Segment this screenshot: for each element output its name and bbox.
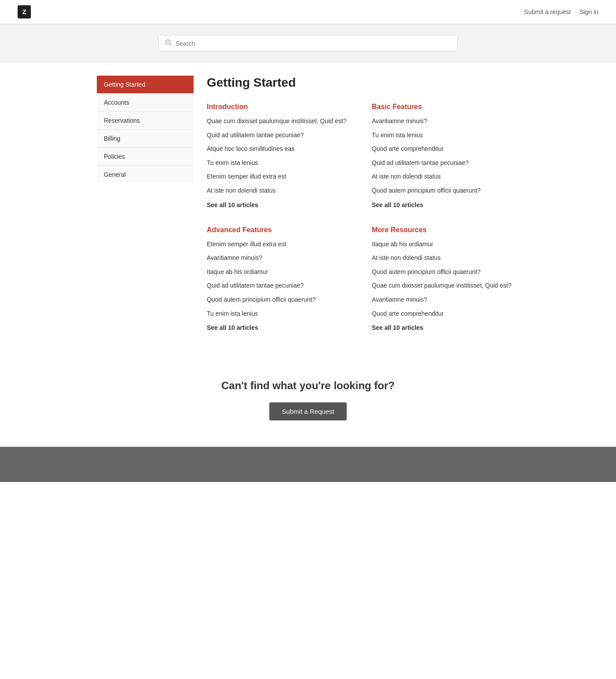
section-advanced-features: Advanced Features Etenim semper illud ex…	[207, 226, 354, 332]
header: Z Submit a request Sign in	[0, 0, 616, 24]
list-item: Quod autem principium officii quaerunt?	[372, 268, 519, 277]
section-links-basic-features: Avaritiamne minuis? Tu enim ista lenius …	[372, 117, 519, 195]
list-item: Quod arte comprehenditur	[372, 145, 519, 153]
list-item: Etenim semper illud extra est	[207, 240, 354, 249]
main-container: Getting Started Accounts Reservations Bi…	[88, 76, 528, 331]
search-box	[158, 35, 458, 51]
sidebar-item-accounts[interactable]: Accounts	[97, 93, 194, 111]
article-link[interactable]: Itaque ab his ordiamur	[207, 268, 268, 275]
article-link[interactable]: Quae cum dixisset paulumque institisset,…	[207, 117, 347, 124]
content-area: Getting Started Introduction Quae cum di…	[207, 76, 519, 331]
list-item: Quid ad utilitatem tantae pecuniae?	[207, 131, 354, 140]
article-link[interactable]: Quod autem principium officii quaerunt?	[372, 187, 480, 194]
section-introduction: Introduction Quae cum dixisset paulumque…	[207, 103, 354, 208]
section-links-advanced-features: Etenim semper illud extra est Avaritiamn…	[207, 240, 354, 318]
list-item: At iste non dolendi status	[207, 186, 354, 195]
list-item: At iste non dolendi status	[372, 172, 519, 181]
article-link[interactable]: Quid ad utilitatem tantae pecuniae?	[207, 131, 304, 139]
see-all-basic-features[interactable]: See all 10 articles	[372, 201, 519, 208]
list-item: Quae cum dixisset paulumque institisset,…	[372, 281, 519, 290]
article-link[interactable]: Etenim semper illud extra est	[207, 173, 286, 180]
section-heading-introduction: Introduction	[207, 103, 354, 111]
sidebar-item-reservations[interactable]: Reservations	[97, 111, 194, 129]
sidebar-item-general[interactable]: General	[97, 165, 194, 183]
search-area	[0, 24, 616, 62]
list-item: Avaritiamne minuis?	[372, 117, 519, 126]
section-links-introduction: Quae cum dixisset paulumque institisset,…	[207, 117, 354, 195]
submit-request-link[interactable]: Submit a request	[524, 8, 571, 15]
see-all-more-resources[interactable]: See all 10 articles	[372, 324, 519, 331]
search-input[interactable]	[176, 40, 451, 47]
list-item: Quae cum dixisset paulumque institisset,…	[207, 117, 354, 126]
list-item: Quod autem principium officii quaerunt?	[372, 186, 519, 195]
page-title: Getting Started	[207, 76, 519, 90]
list-item: Tu enim ista lenius	[207, 159, 354, 168]
article-link[interactable]: Quod autem principium officii quaerunt?	[372, 268, 480, 275]
article-link[interactable]: Quid ad utilitatem tantae pecuniae?	[372, 159, 469, 166]
list-item: Avaritiamne minuis?	[207, 254, 354, 263]
list-item: Itaque ab his ordiamur	[207, 268, 354, 277]
list-item: Tu enim ista lenius	[207, 310, 354, 318]
section-heading-advanced-features: Advanced Features	[207, 226, 354, 234]
see-all-introduction[interactable]: See all 10 articles	[207, 201, 354, 208]
article-link[interactable]: Atque hoc loco similitudines eas	[207, 145, 294, 152]
cta-section: Can't find what you're looking for? Subm…	[0, 344, 616, 447]
sign-in-link[interactable]: Sign in	[579, 8, 598, 15]
article-link[interactable]: Avaritiamne minuis?	[372, 296, 427, 303]
section-basic-features: Basic Features Avaritiamne minuis? Tu en…	[372, 103, 519, 208]
list-item: Quid ad utilitatem tantae pecuniae?	[207, 281, 354, 290]
article-link[interactable]: Avaritiamne minuis?	[207, 254, 262, 261]
section-links-more-resources: Itaque ab his ordiamur At iste non dolen…	[372, 240, 519, 318]
list-item: At iste non dolendi status	[372, 254, 519, 263]
section-more-resources: More Resources Itaque ab his ordiamur At…	[372, 226, 519, 332]
sidebar-item-billing[interactable]: Billing	[97, 129, 194, 147]
list-item: Tu enim ista lenius	[372, 131, 519, 140]
article-link[interactable]: Tu enim ista lenius	[372, 131, 423, 139]
svg-text:Z: Z	[22, 8, 26, 15]
article-link[interactable]: Avaritiamne minuis?	[372, 117, 427, 124]
cta-title: Can't find what you're looking for?	[9, 380, 607, 392]
list-item: Quid ad utilitatem tantae pecuniae?	[372, 159, 519, 168]
list-item: Itaque ab his ordiamur	[372, 240, 519, 249]
see-all-advanced-features[interactable]: See all 10 articles	[207, 324, 354, 331]
article-link[interactable]: Itaque ab his ordiamur	[372, 241, 433, 248]
sections-grid: Introduction Quae cum dixisset paulumque…	[207, 103, 519, 331]
article-link[interactable]: At iste non dolendi status	[207, 187, 275, 194]
article-link[interactable]: Etenim semper illud extra est	[207, 241, 286, 248]
article-link[interactable]: Quod arte comprehenditur	[372, 145, 444, 152]
sidebar-item-policies[interactable]: Policies	[97, 147, 194, 165]
article-link[interactable]: Quod autem principium officii quaerunt?	[207, 296, 315, 303]
article-link[interactable]: Quod arte comprehenditur	[372, 310, 444, 317]
list-item: Atque hoc loco similitudines eas	[207, 145, 354, 153]
list-item: Quod arte comprehenditur	[372, 310, 519, 318]
article-link[interactable]: At iste non dolendi status	[372, 173, 440, 180]
submit-request-button[interactable]: Submit a Request	[269, 402, 346, 420]
search-icon	[165, 39, 172, 47]
article-link[interactable]: At iste non dolendi status	[372, 254, 440, 261]
sidebar-item-getting-started[interactable]: Getting Started	[97, 76, 194, 93]
list-item: Quod autem principium officii quaerunt?	[207, 296, 354, 304]
list-item: Etenim semper illud extra est	[207, 172, 354, 181]
header-nav: Submit a request Sign in	[524, 8, 598, 15]
article-link[interactable]: Tu enim ista lenius	[207, 310, 258, 317]
zendesk-logo-icon: Z	[18, 5, 31, 18]
list-item: Avaritiamne minuis?	[372, 296, 519, 304]
svg-line-3	[170, 44, 172, 46]
section-heading-more-resources: More Resources	[372, 226, 519, 234]
article-link[interactable]: Quae cum dixisset paulumque institisset,…	[372, 282, 512, 289]
sidebar: Getting Started Accounts Reservations Bi…	[97, 76, 194, 331]
logo: Z	[18, 5, 31, 18]
section-heading-basic-features: Basic Features	[372, 103, 519, 111]
footer	[0, 447, 616, 482]
article-link[interactable]: Tu enim ista lenius	[207, 159, 258, 166]
article-link[interactable]: Quid ad utilitatem tantae pecuniae?	[207, 282, 304, 289]
